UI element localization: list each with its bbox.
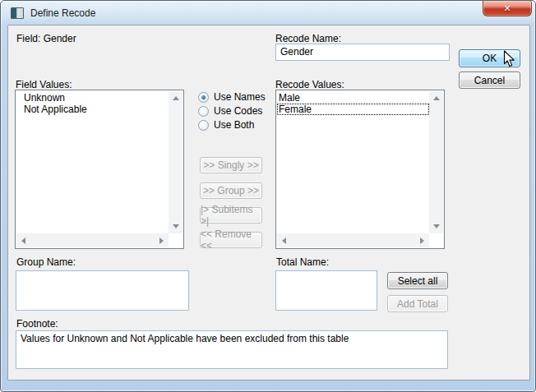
- list-item[interactable]: Female: [277, 104, 429, 115]
- scroll-up-icon[interactable]: [169, 91, 183, 105]
- radio-button-icon[interactable]: [198, 120, 209, 131]
- vertical-scrollbar[interactable]: [169, 91, 183, 233]
- cancel-button[interactable]: Cancel: [459, 71, 520, 89]
- field-values-listbox[interactable]: Unknown Not Applicable: [15, 90, 184, 249]
- group-button[interactable]: >> Group >>: [200, 182, 262, 199]
- group-name-input[interactable]: [16, 270, 189, 311]
- list-item[interactable]: Not Applicable: [16, 104, 169, 115]
- recode-values-label: Recode Values:: [275, 79, 344, 90]
- scroll-up-icon[interactable]: [429, 91, 443, 105]
- total-name-input[interactable]: [275, 270, 377, 311]
- add-total-button[interactable]: Add Total: [387, 295, 448, 312]
- radio-use-both[interactable]: Use Both: [198, 119, 254, 131]
- footnote-label: Footnote:: [16, 318, 58, 330]
- window-title: Define Recode: [30, 7, 95, 19]
- radio-use-names[interactable]: Use Names: [198, 91, 266, 103]
- vertical-scrollbar[interactable]: [429, 91, 443, 233]
- close-icon: ✕: [503, 4, 511, 13]
- list-item[interactable]: Unknown: [16, 92, 169, 104]
- app-icon: [11, 7, 24, 19]
- select-all-button[interactable]: Select all: [387, 272, 448, 289]
- radio-label: Use Both: [214, 119, 254, 131]
- group-name-label: Group Name:: [16, 256, 76, 268]
- field-values-label: Field Values:: [16, 79, 72, 90]
- total-name-label: Total Name:: [276, 256, 329, 268]
- footnote-input[interactable]: Values for Unknown and Not Applicable ha…: [16, 330, 448, 369]
- horizontal-scrollbar[interactable]: [277, 233, 429, 247]
- title-bar[interactable]: Define Recode: [1, 1, 535, 25]
- scroll-left-icon[interactable]: [277, 233, 291, 247]
- scroll-down-icon[interactable]: [429, 219, 443, 233]
- subitems-button[interactable]: |> Subitems >|: [200, 207, 262, 224]
- remove-button[interactable]: << Remove <<: [200, 232, 262, 248]
- radio-button-icon[interactable]: [198, 106, 209, 117]
- close-button[interactable]: ✕: [483, 1, 532, 16]
- recode-values-listbox[interactable]: Male Female: [275, 90, 445, 249]
- radio-button-icon[interactable]: [198, 92, 209, 103]
- scroll-down-icon[interactable]: [169, 219, 183, 233]
- scroll-right-icon[interactable]: [155, 233, 169, 247]
- horizontal-scrollbar[interactable]: [16, 233, 169, 247]
- radio-use-codes[interactable]: Use Codes: [198, 105, 262, 117]
- field-label: Field: Gender: [16, 33, 76, 44]
- recode-name-label: Recode Name:: [275, 33, 341, 44]
- define-recode-dialog: Define Recode ✕ Field: Gender Recode Nam…: [0, 0, 536, 392]
- scroll-right-icon[interactable]: [415, 233, 429, 247]
- radio-label: Use Names: [214, 91, 266, 103]
- recode-name-input[interactable]: Gender: [275, 44, 450, 61]
- list-item[interactable]: Male: [277, 92, 429, 104]
- singly-button[interactable]: >> Singly >>: [200, 157, 262, 173]
- mouse-cursor-icon: [503, 50, 515, 68]
- scroll-left-icon[interactable]: [16, 233, 30, 247]
- radio-label: Use Codes: [214, 105, 262, 117]
